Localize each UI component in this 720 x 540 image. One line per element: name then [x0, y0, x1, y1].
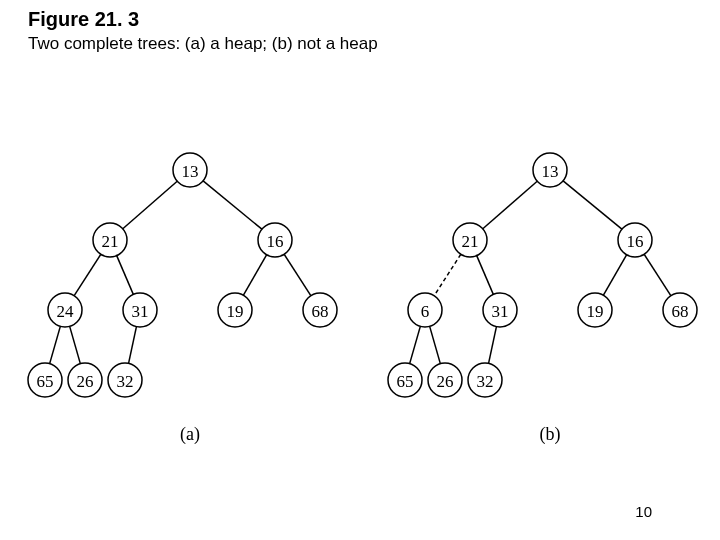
tree-edge [477, 256, 494, 295]
tree-edge [430, 326, 441, 363]
tree-node-value: 16 [267, 232, 284, 251]
tree-edge [284, 254, 311, 295]
tree-node-value: 32 [117, 372, 134, 391]
tree-node-value: 31 [492, 302, 509, 321]
trees-svg: 13211624311968652632 (a) 132116631196865… [0, 140, 720, 480]
tree-node-value: 31 [132, 302, 149, 321]
tree-b: 1321166311968652632 (b) [388, 153, 697, 445]
tree-b-caption: (b) [540, 424, 561, 445]
tree-node-value: 13 [542, 162, 559, 181]
tree-edge [129, 327, 137, 364]
tree-edge [434, 254, 461, 295]
figure-label: Figure 21. 3 [28, 8, 139, 31]
tree-node-value: 65 [37, 372, 54, 391]
tree-a-caption: (a) [180, 424, 200, 445]
tree-edge [603, 255, 626, 295]
tree-node-value: 19 [587, 302, 604, 321]
tree-edge [243, 255, 266, 295]
tree-node-value: 13 [182, 162, 199, 181]
tree-edge [489, 327, 497, 364]
tree-edge [123, 181, 177, 229]
tree-edge [74, 254, 101, 295]
tree-edge [410, 326, 421, 363]
tree-node-value: 21 [462, 232, 479, 251]
trees-figure: 13211624311968652632 (a) 132116631196865… [0, 140, 720, 480]
tree-edge [70, 326, 81, 363]
tree-edge [644, 254, 671, 295]
tree-a-nodes: 13211624311968652632 [28, 153, 337, 397]
tree-node-value: 68 [672, 302, 689, 321]
tree-b-edges [410, 181, 671, 364]
tree-node-value: 32 [477, 372, 494, 391]
tree-edge [50, 326, 61, 363]
tree-node-value: 19 [227, 302, 244, 321]
tree-edge [203, 181, 262, 229]
tree-node-value: 68 [312, 302, 329, 321]
tree-node-value: 16 [627, 232, 644, 251]
tree-a-edges [50, 181, 311, 364]
page-number: 10 [635, 503, 652, 520]
tree-b-nodes: 1321166311968652632 [388, 153, 697, 397]
tree-node-value: 6 [421, 302, 430, 321]
figure-caption: Two complete trees: (a) a heap; (b) not … [28, 34, 378, 54]
tree-edge [117, 256, 134, 295]
tree-node-value: 65 [397, 372, 414, 391]
tree-node-value: 21 [102, 232, 119, 251]
tree-node-value: 26 [437, 372, 454, 391]
tree-edge [483, 181, 537, 229]
tree-node-value: 26 [77, 372, 94, 391]
tree-node-value: 24 [57, 302, 75, 321]
tree-a: 13211624311968652632 (a) [28, 153, 337, 445]
tree-edge [563, 181, 622, 229]
